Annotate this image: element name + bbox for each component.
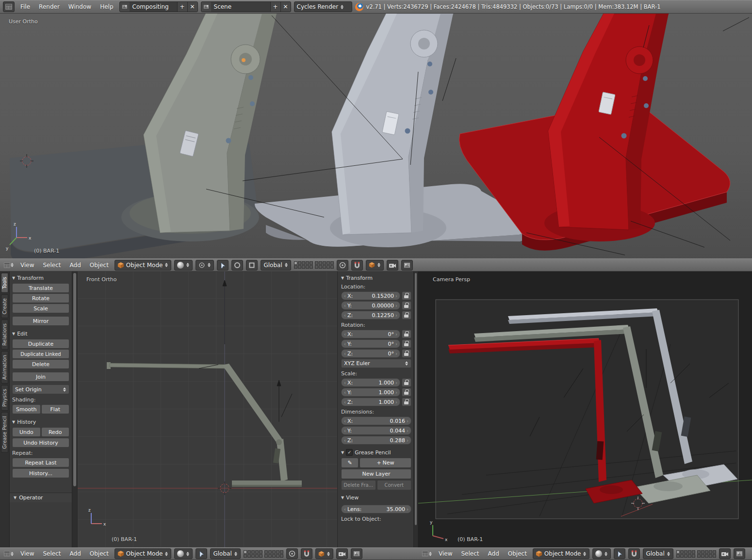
menu-render[interactable]: Render bbox=[36, 3, 63, 10]
opengl-render-button[interactable] bbox=[336, 548, 348, 559]
proportional-edit-button[interactable] bbox=[337, 260, 348, 271]
orientation-selector[interactable]: Global bbox=[210, 548, 240, 559]
viewport-shading-selector[interactable] bbox=[174, 548, 193, 559]
menu-view[interactable]: View bbox=[17, 550, 37, 557]
close-scene-button[interactable]: ✕ bbox=[280, 2, 291, 12]
browse-scene-icon[interactable] bbox=[201, 2, 211, 12]
scale-x-field[interactable]: X:1.000 bbox=[341, 378, 400, 387]
scale-y-field[interactable]: Y:1.000 bbox=[341, 388, 400, 397]
opengl-render-button[interactable] bbox=[387, 260, 398, 271]
lock-icon[interactable] bbox=[402, 349, 411, 358]
snap-magnet-button[interactable] bbox=[351, 260, 363, 271]
menu-select[interactable]: Select bbox=[40, 550, 64, 557]
join-button[interactable]: Join bbox=[12, 372, 69, 382]
manipulator-translate-button[interactable] bbox=[196, 548, 207, 559]
lock-icon[interactable] bbox=[402, 339, 411, 348]
manipulator-rotate-button[interactable] bbox=[231, 260, 243, 271]
flat-button[interactable]: Flat bbox=[41, 404, 70, 414]
location-z-field[interactable]: Z:0.12250 bbox=[341, 311, 400, 320]
panel-header-transform[interactable]: ▼Transform bbox=[341, 275, 411, 281]
undo-history-button[interactable]: Undo History bbox=[12, 438, 69, 448]
lens-field[interactable]: Lens:35.000 bbox=[341, 505, 411, 513]
menu-object[interactable]: Object bbox=[505, 550, 530, 557]
orientation-selector[interactable]: Global bbox=[261, 260, 291, 271]
set-origin-selector[interactable]: Set Origin bbox=[12, 384, 69, 394]
snap-target-selector[interactable] bbox=[366, 260, 384, 271]
location-y-field[interactable]: Y:0.00000 bbox=[341, 301, 400, 310]
new-layer-button[interactable]: New Layer bbox=[341, 469, 411, 479]
history-button[interactable]: History... bbox=[12, 468, 69, 478]
tab-animation[interactable]: Animation bbox=[1, 351, 8, 384]
grease-pencil-new-button[interactable]: +New bbox=[360, 458, 411, 468]
viewport-shading-selector[interactable] bbox=[592, 548, 611, 559]
close-screen-button[interactable]: ✕ bbox=[187, 2, 197, 12]
viewport-user-ortho[interactable]: zxy bbox=[0, 14, 752, 258]
render-engine-selector[interactable]: Cycles Render bbox=[294, 1, 352, 12]
layers-widget[interactable] bbox=[294, 261, 334, 269]
editor-type-icon[interactable] bbox=[3, 260, 15, 271]
rotation-x-field[interactable]: X:0° bbox=[341, 330, 400, 338]
menu-select[interactable]: Select bbox=[458, 550, 482, 557]
menu-select[interactable]: Select bbox=[40, 262, 64, 269]
add-screen-button[interactable]: + bbox=[177, 2, 187, 12]
opengl-render-anim-button[interactable] bbox=[401, 260, 413, 271]
menu-file[interactable]: File bbox=[17, 3, 33, 10]
menu-object[interactable]: Object bbox=[87, 550, 112, 557]
menu-view[interactable]: View bbox=[17, 262, 37, 269]
tab-create[interactable]: Create bbox=[1, 294, 8, 318]
scale-button[interactable]: Scale bbox=[12, 304, 69, 313]
lock-icon[interactable] bbox=[402, 388, 411, 397]
tab-physics[interactable]: Physics bbox=[1, 385, 8, 411]
duplicate-linked-button[interactable]: Duplicate Linked bbox=[12, 349, 69, 359]
repeat-last-button[interactable]: Repeat Last bbox=[12, 458, 69, 467]
lock-icon[interactable] bbox=[402, 291, 411, 300]
location-x-field[interactable]: X:0.15200 bbox=[341, 291, 400, 300]
mode-selector[interactable]: Object Mode bbox=[114, 548, 172, 559]
scale-z-field[interactable]: Z:1.000 bbox=[341, 398, 400, 406]
lock-icon[interactable] bbox=[402, 301, 411, 310]
rotation-y-field[interactable]: Y:0° bbox=[341, 339, 400, 348]
dimensions-y-field[interactable]: Y:0.044 bbox=[341, 426, 411, 435]
editor-type-icon[interactable] bbox=[3, 1, 15, 12]
menu-add[interactable]: Add bbox=[485, 550, 502, 557]
pivot-selector[interactable] bbox=[196, 260, 214, 271]
translate-button[interactable]: Translate bbox=[12, 283, 69, 293]
opengl-render-anim-button[interactable] bbox=[734, 548, 745, 559]
menu-add[interactable]: Add bbox=[67, 262, 84, 269]
panel-header-operator[interactable]: ▼Operator bbox=[10, 493, 72, 502]
smooth-button[interactable]: Smooth bbox=[12, 404, 41, 414]
panel-header-grease-pencil[interactable]: ▼✓Grease Pencil bbox=[341, 449, 411, 456]
rotate-button[interactable]: Rotate bbox=[12, 293, 69, 303]
mirror-button[interactable]: Mirror bbox=[12, 316, 69, 326]
layers-widget[interactable] bbox=[676, 550, 716, 558]
delete-button[interactable]: Delete bbox=[12, 359, 69, 369]
screen-layout-name[interactable]: Compositing bbox=[130, 2, 177, 12]
panel-header-transform[interactable]: ▼Transform bbox=[12, 275, 69, 281]
tab-grease-pencil[interactable]: Grease Pencil bbox=[1, 412, 8, 453]
undo-button[interactable]: Undo bbox=[12, 427, 41, 437]
dimensions-x-field[interactable]: X:0.016 bbox=[341, 416, 411, 425]
opengl-render-button[interactable] bbox=[719, 548, 731, 559]
redo-button[interactable]: Redo bbox=[41, 427, 70, 437]
orientation-selector[interactable]: Global bbox=[643, 548, 673, 559]
menu-window[interactable]: Window bbox=[65, 3, 94, 10]
menu-add[interactable]: Add bbox=[67, 550, 84, 557]
lamp-side-view[interactable] bbox=[107, 362, 302, 487]
menu-view[interactable]: View bbox=[436, 550, 455, 557]
add-scene-button[interactable]: + bbox=[270, 2, 280, 12]
panel-header-history[interactable]: ▼History bbox=[12, 419, 69, 425]
viewport-camera-persp[interactable]: yx bbox=[418, 272, 752, 547]
dimensions-z-field[interactable]: Z:0.288 bbox=[341, 436, 411, 445]
tab-tools[interactable]: Tools bbox=[1, 273, 8, 293]
grease-pencil-draw-button[interactable]: ✎ bbox=[341, 458, 359, 468]
convert-button[interactable]: Convert bbox=[377, 480, 412, 490]
snap-magnet-button[interactable] bbox=[301, 548, 312, 559]
viewport-front-ortho[interactable]: zx bbox=[78, 272, 337, 547]
mode-selector[interactable]: Object Mode bbox=[114, 260, 172, 271]
opengl-render-anim-button[interactable] bbox=[351, 548, 362, 559]
duplicate-button[interactable]: Duplicate bbox=[12, 339, 69, 349]
scene-name[interactable]: Scene bbox=[211, 2, 270, 12]
layers-widget[interactable] bbox=[244, 550, 283, 558]
lock-icon[interactable] bbox=[402, 330, 411, 338]
properties-scrollbar[interactable] bbox=[413, 272, 418, 547]
